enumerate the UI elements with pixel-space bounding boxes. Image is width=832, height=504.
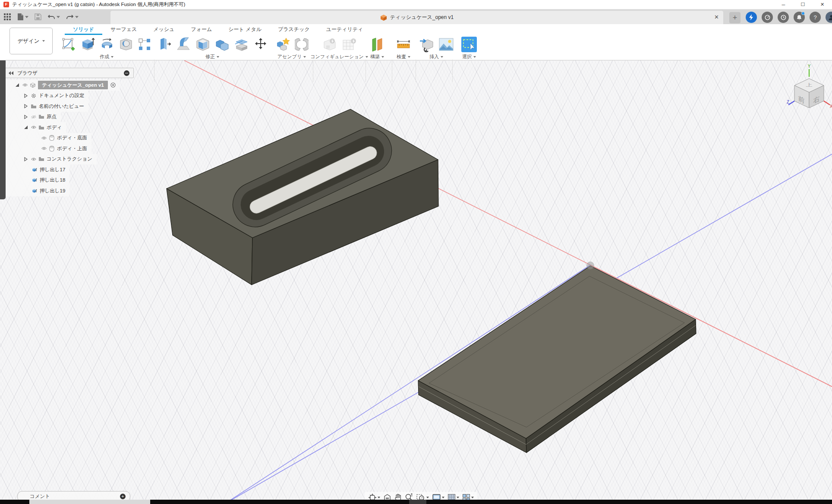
tab-sheet-metal[interactable]: シート メタル — [220, 24, 270, 35]
tree-row-extrude17[interactable]: 押し出し17 — [4, 164, 69, 175]
grid-settings-caret-icon — [457, 497, 459, 498]
history-icon[interactable] — [778, 12, 789, 23]
expanded-triangle-icon[interactable] — [23, 125, 28, 129]
tab-solid[interactable]: ソリッド — [65, 24, 102, 35]
configuration-icon[interactable] — [322, 37, 337, 52]
tree-row-bodies[interactable]: ボディ — [4, 122, 66, 133]
create-sketch-icon[interactable] — [61, 37, 76, 52]
collapsed-triangle-icon[interactable] — [23, 115, 28, 119]
tree-item-label[interactable]: 押し出し19 — [40, 188, 65, 194]
collapsed-triangle-icon[interactable] — [23, 94, 28, 98]
body-lid-plate[interactable] — [418, 266, 696, 453]
insert-icon[interactable] — [419, 37, 435, 52]
tab-utilities[interactable]: ユーティリティ — [318, 24, 372, 35]
press-pull-icon[interactable] — [157, 37, 172, 52]
y-axis-label: Y — [808, 64, 811, 69]
construction-plane-icon[interactable] — [370, 37, 384, 52]
document-tab-close-icon[interactable]: ✕ — [714, 14, 719, 20]
move-copy-icon[interactable] — [253, 37, 268, 52]
tree-row-body-top[interactable]: ボディ・上面 — [4, 143, 91, 154]
performance-icon[interactable] — [762, 12, 773, 23]
add-comment-icon[interactable]: + — [120, 494, 126, 499]
help-icon[interactable]: ? — [810, 12, 821, 23]
tree-row-body-bottom[interactable]: ボディ・底面 — [4, 133, 91, 144]
activate-radio-icon[interactable] — [110, 82, 116, 88]
revolve-icon[interactable] — [99, 37, 115, 52]
canvas-image-icon[interactable] — [438, 38, 454, 51]
tree-row-extrude19[interactable]: 押し出し19 — [4, 186, 69, 196]
tab-surface[interactable]: サーフェス — [102, 24, 145, 35]
group-construct-label[interactable]: 構築 — [370, 54, 384, 60]
app-grid-icon[interactable] — [3, 13, 11, 21]
tree-item-label[interactable]: ドキュメントの設定 — [39, 92, 84, 99]
tree-row-extrude18[interactable]: 押し出し18 — [4, 175, 69, 186]
group-modify-label[interactable]: 修正 — [205, 54, 219, 60]
tree-item-label[interactable]: ボディ・上面 — [57, 145, 87, 152]
eye-off-icon[interactable] — [31, 114, 36, 120]
measure-icon[interactable] — [396, 38, 411, 51]
shell-icon[interactable] — [195, 37, 211, 52]
browser-minimize-icon[interactable] — [124, 70, 129, 76]
tree-row-origin[interactable]: 原点 — [4, 112, 61, 123]
maximize-button[interactable]: ☐ — [793, 0, 813, 9]
minimize-button[interactable]: ─ — [774, 0, 793, 9]
redo-icon[interactable] — [66, 14, 79, 20]
rectangular-pattern-icon[interactable] — [137, 37, 152, 52]
tree-item-label[interactable]: 押し出し17 — [40, 167, 65, 173]
collapse-left-icon[interactable] — [9, 71, 14, 75]
tree-item-label[interactable]: ティッシュケース_open v1 — [38, 81, 108, 89]
browser-header[interactable]: ブラウザ — [4, 68, 134, 78]
fillet-icon[interactable] — [176, 37, 191, 52]
eye-icon[interactable] — [41, 146, 47, 151]
job-status-icon[interactable] — [746, 12, 757, 23]
tree-row-construction[interactable]: コンストラクション — [4, 154, 97, 165]
group-assemble-label[interactable]: アセンブリ — [277, 54, 306, 60]
eye-icon[interactable] — [31, 125, 36, 129]
extrude-icon[interactable] — [80, 37, 95, 52]
hole-icon[interactable] — [119, 37, 133, 52]
group-configuration-label[interactable]: コンフィギュレーション — [310, 54, 368, 60]
tree-item-label[interactable]: コンストラクション — [47, 156, 92, 162]
tree-item-label[interactable]: 押し出し18 — [40, 177, 65, 183]
tree-item-label[interactable]: ボディ — [47, 124, 62, 131]
split-body-icon[interactable] — [234, 37, 249, 52]
configuration-table-icon[interactable] — [341, 37, 357, 52]
origin-point[interactable] — [586, 261, 594, 269]
document-tab[interactable]: ティッシュケース_open v1 ✕ — [110, 11, 723, 24]
notifications-icon[interactable] — [794, 12, 805, 23]
tree-row-named-views[interactable]: 名前の付いたビュー — [4, 101, 88, 112]
left-panel-strip[interactable] — [0, 55, 6, 199]
tab-mesh[interactable]: メッシュ — [145, 24, 183, 35]
tree-row-root[interactable]: ティッシュケース_open v1 — [4, 80, 120, 91]
tab-plastic[interactable]: プラスチック — [270, 24, 318, 35]
group-insert-label[interactable]: 挿入 — [429, 54, 443, 60]
tree-item-label[interactable]: ボディ・底面 — [57, 135, 87, 141]
profile-avatar[interactable] — [826, 12, 832, 23]
view-cube[interactable]: Y 上 前 右 Z X — [786, 64, 832, 112]
close-button[interactable]: ✕ — [813, 0, 832, 9]
combine-icon[interactable] — [214, 37, 230, 52]
select-icon[interactable] — [461, 37, 477, 52]
collapsed-triangle-icon[interactable] — [23, 157, 28, 161]
tree-item-label[interactable]: 名前の付いたビュー — [39, 103, 84, 110]
dropdown-caret-icon — [381, 56, 384, 58]
tree-item-label[interactable]: 原点 — [47, 113, 57, 120]
tree-row-document-settings[interactable]: ドキュメントの設定 — [4, 91, 88, 101]
viewport-canvas[interactable]: ブラウザ ティッシュケース_open v1 ドキュメントの設定 — [0, 60, 832, 500]
joint-icon[interactable] — [295, 37, 309, 52]
new-tab-button[interactable]: + — [729, 12, 741, 23]
eye-icon[interactable] — [31, 157, 36, 161]
workspace-selector[interactable]: デザイン — [9, 28, 53, 54]
expanded-triangle-icon[interactable] — [15, 83, 20, 87]
file-menu-icon[interactable] — [17, 13, 28, 21]
collapsed-triangle-icon[interactable] — [23, 104, 28, 108]
eye-icon[interactable] — [22, 83, 28, 87]
save-icon[interactable] — [35, 13, 41, 20]
group-create-label[interactable]: 作成 — [100, 54, 113, 60]
tab-form[interactable]: フォーム — [183, 24, 220, 35]
group-inspect-label[interactable]: 検査 — [397, 54, 410, 60]
new-component-icon[interactable] — [275, 37, 291, 52]
eye-icon[interactable] — [41, 136, 47, 140]
group-select-label[interactable]: 選択 — [462, 54, 476, 60]
undo-icon[interactable] — [47, 14, 60, 20]
